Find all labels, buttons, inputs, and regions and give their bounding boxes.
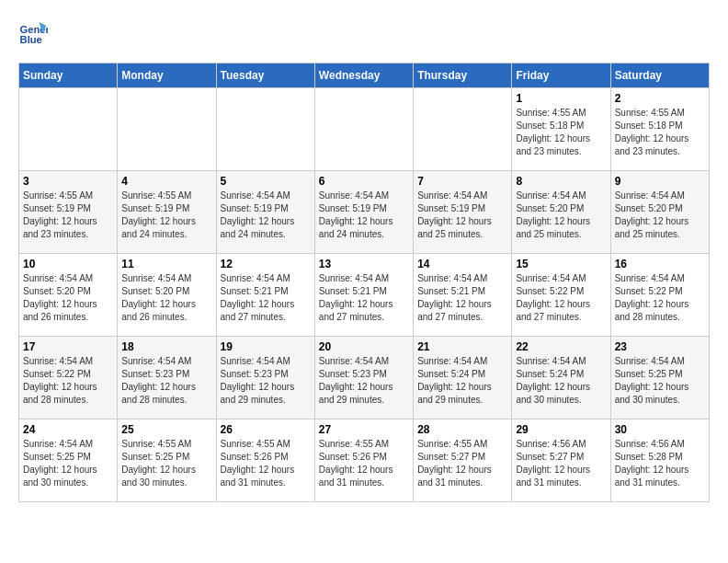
calendar-cell: 18Sunrise: 4:54 AM Sunset: 5:23 PM Dayli… xyxy=(118,337,216,419)
day-number: 14 xyxy=(417,258,507,270)
day-info: Sunrise: 4:54 AM Sunset: 5:22 PM Dayligh… xyxy=(516,272,606,324)
calendar-cell: 6Sunrise: 4:54 AM Sunset: 5:19 PM Daylig… xyxy=(314,171,413,254)
calendar-cell: 19Sunrise: 4:54 AM Sunset: 5:23 PM Dayli… xyxy=(216,337,314,419)
calendar-cell xyxy=(414,88,512,171)
day-number: 29 xyxy=(516,423,606,436)
day-info: Sunrise: 4:54 AM Sunset: 5:23 PM Dayligh… xyxy=(221,355,311,407)
day-info: Sunrise: 4:54 AM Sunset: 5:20 PM Dayligh… xyxy=(121,272,211,324)
calendar-cell xyxy=(314,88,413,171)
day-number: 19 xyxy=(221,340,311,353)
day-number: 27 xyxy=(319,423,409,436)
day-number: 13 xyxy=(319,258,409,270)
calendar-cell: 29Sunrise: 4:56 AM Sunset: 5:27 PM Dayli… xyxy=(512,419,610,502)
calendar-cell: 15Sunrise: 4:54 AM Sunset: 5:22 PM Dayli… xyxy=(512,254,610,337)
day-number: 2 xyxy=(615,92,705,105)
day-info: Sunrise: 4:54 AM Sunset: 5:20 PM Dayligh… xyxy=(615,190,705,241)
weekday-header-thursday: Thursday xyxy=(414,63,512,88)
day-info: Sunrise: 4:55 AM Sunset: 5:27 PM Dayligh… xyxy=(417,438,507,489)
day-number: 22 xyxy=(516,340,606,353)
calendar-cell: 12Sunrise: 4:54 AM Sunset: 5:21 PM Dayli… xyxy=(216,254,314,337)
calendar-cell: 1Sunrise: 4:55 AM Sunset: 5:18 PM Daylig… xyxy=(512,88,610,171)
day-info: Sunrise: 4:54 AM Sunset: 5:19 PM Dayligh… xyxy=(417,190,507,241)
calendar-cell: 28Sunrise: 4:55 AM Sunset: 5:27 PM Dayli… xyxy=(414,419,512,502)
day-info: Sunrise: 4:54 AM Sunset: 5:25 PM Dayligh… xyxy=(615,355,705,407)
day-number: 4 xyxy=(121,175,211,188)
page-header: General Blue xyxy=(18,18,710,48)
day-info: Sunrise: 4:54 AM Sunset: 5:21 PM Dayligh… xyxy=(319,272,409,324)
day-number: 7 xyxy=(417,175,507,188)
calendar-cell xyxy=(19,88,118,171)
day-info: Sunrise: 4:55 AM Sunset: 5:18 PM Dayligh… xyxy=(516,107,606,158)
calendar-cell: 17Sunrise: 4:54 AM Sunset: 5:22 PM Dayli… xyxy=(19,337,118,419)
calendar-cell: 20Sunrise: 4:54 AM Sunset: 5:23 PM Dayli… xyxy=(314,337,413,419)
calendar-cell: 13Sunrise: 4:54 AM Sunset: 5:21 PM Dayli… xyxy=(314,254,413,337)
day-number: 30 xyxy=(615,423,705,436)
day-info: Sunrise: 4:55 AM Sunset: 5:19 PM Dayligh… xyxy=(23,190,113,241)
calendar-table: SundayMondayTuesdayWednesdayThursdayFrid… xyxy=(18,63,710,502)
calendar-cell: 22Sunrise: 4:54 AM Sunset: 5:24 PM Dayli… xyxy=(512,337,610,419)
day-info: Sunrise: 4:55 AM Sunset: 5:26 PM Dayligh… xyxy=(221,438,311,489)
day-info: Sunrise: 4:55 AM Sunset: 5:18 PM Dayligh… xyxy=(615,107,705,158)
calendar-cell: 5Sunrise: 4:54 AM Sunset: 5:19 PM Daylig… xyxy=(216,171,314,254)
calendar-cell: 10Sunrise: 4:54 AM Sunset: 5:20 PM Dayli… xyxy=(19,254,118,337)
day-info: Sunrise: 4:54 AM Sunset: 5:20 PM Dayligh… xyxy=(23,272,113,324)
day-number: 5 xyxy=(221,175,311,188)
calendar-cell: 27Sunrise: 4:55 AM Sunset: 5:26 PM Dayli… xyxy=(314,419,413,502)
calendar-cell xyxy=(216,88,314,171)
calendar-cell: 8Sunrise: 4:54 AM Sunset: 5:20 PM Daylig… xyxy=(512,171,610,254)
day-number: 28 xyxy=(417,423,507,436)
weekday-header-sunday: Sunday xyxy=(19,63,118,88)
calendar-cell xyxy=(118,88,216,171)
calendar-cell: 30Sunrise: 4:56 AM Sunset: 5:28 PM Dayli… xyxy=(610,419,709,502)
calendar-cell: 26Sunrise: 4:55 AM Sunset: 5:26 PM Dayli… xyxy=(216,419,314,502)
weekday-header-saturday: Saturday xyxy=(610,63,709,88)
day-info: Sunrise: 4:54 AM Sunset: 5:21 PM Dayligh… xyxy=(221,272,311,324)
weekday-header-tuesday: Tuesday xyxy=(216,63,314,88)
day-number: 8 xyxy=(516,175,606,188)
day-info: Sunrise: 4:54 AM Sunset: 5:24 PM Dayligh… xyxy=(417,355,507,407)
day-number: 12 xyxy=(221,258,311,270)
day-number: 25 xyxy=(121,423,211,436)
day-info: Sunrise: 4:54 AM Sunset: 5:25 PM Dayligh… xyxy=(23,438,113,489)
calendar-cell: 25Sunrise: 4:55 AM Sunset: 5:25 PM Dayli… xyxy=(118,419,216,502)
weekday-header-wednesday: Wednesday xyxy=(314,63,413,88)
day-number: 18 xyxy=(121,340,211,353)
day-info: Sunrise: 4:54 AM Sunset: 5:20 PM Dayligh… xyxy=(516,190,606,241)
day-number: 23 xyxy=(615,340,705,353)
day-number: 24 xyxy=(23,423,113,436)
day-info: Sunrise: 4:54 AM Sunset: 5:23 PM Dayligh… xyxy=(121,355,211,407)
calendar-cell: 14Sunrise: 4:54 AM Sunset: 5:21 PM Dayli… xyxy=(414,254,512,337)
day-info: Sunrise: 4:56 AM Sunset: 5:28 PM Dayligh… xyxy=(615,438,705,489)
day-info: Sunrise: 4:54 AM Sunset: 5:24 PM Dayligh… xyxy=(516,355,606,407)
day-number: 3 xyxy=(23,175,113,188)
logo-icon: General Blue xyxy=(18,18,48,48)
calendar-cell: 21Sunrise: 4:54 AM Sunset: 5:24 PM Dayli… xyxy=(414,337,512,419)
day-info: Sunrise: 4:54 AM Sunset: 5:22 PM Dayligh… xyxy=(615,272,705,324)
calendar-cell: 24Sunrise: 4:54 AM Sunset: 5:25 PM Dayli… xyxy=(19,419,118,502)
day-info: Sunrise: 4:55 AM Sunset: 5:26 PM Dayligh… xyxy=(319,438,409,489)
day-info: Sunrise: 4:56 AM Sunset: 5:27 PM Dayligh… xyxy=(516,438,606,489)
calendar-cell: 2Sunrise: 4:55 AM Sunset: 5:18 PM Daylig… xyxy=(610,88,709,171)
day-info: Sunrise: 4:54 AM Sunset: 5:19 PM Dayligh… xyxy=(319,190,409,241)
day-number: 1 xyxy=(516,92,606,105)
day-info: Sunrise: 4:54 AM Sunset: 5:19 PM Dayligh… xyxy=(221,190,311,241)
calendar-cell: 16Sunrise: 4:54 AM Sunset: 5:22 PM Dayli… xyxy=(610,254,709,337)
svg-text:Blue: Blue xyxy=(20,34,42,45)
day-number: 17 xyxy=(23,340,113,353)
calendar-cell: 3Sunrise: 4:55 AM Sunset: 5:19 PM Daylig… xyxy=(19,171,118,254)
day-number: 20 xyxy=(319,340,409,353)
day-number: 26 xyxy=(221,423,311,436)
day-number: 11 xyxy=(121,258,211,270)
day-info: Sunrise: 4:54 AM Sunset: 5:22 PM Dayligh… xyxy=(23,355,113,407)
day-number: 21 xyxy=(417,340,507,353)
weekday-header-monday: Monday xyxy=(118,63,216,88)
day-number: 16 xyxy=(615,258,705,270)
calendar-cell: 9Sunrise: 4:54 AM Sunset: 5:20 PM Daylig… xyxy=(610,171,709,254)
day-info: Sunrise: 4:54 AM Sunset: 5:23 PM Dayligh… xyxy=(319,355,409,407)
weekday-header-friday: Friday xyxy=(512,63,610,88)
calendar-cell: 23Sunrise: 4:54 AM Sunset: 5:25 PM Dayli… xyxy=(610,337,709,419)
day-number: 9 xyxy=(615,175,705,188)
calendar-cell: 7Sunrise: 4:54 AM Sunset: 5:19 PM Daylig… xyxy=(414,171,512,254)
day-info: Sunrise: 4:55 AM Sunset: 5:19 PM Dayligh… xyxy=(121,190,211,241)
day-info: Sunrise: 4:55 AM Sunset: 5:25 PM Dayligh… xyxy=(121,438,211,489)
